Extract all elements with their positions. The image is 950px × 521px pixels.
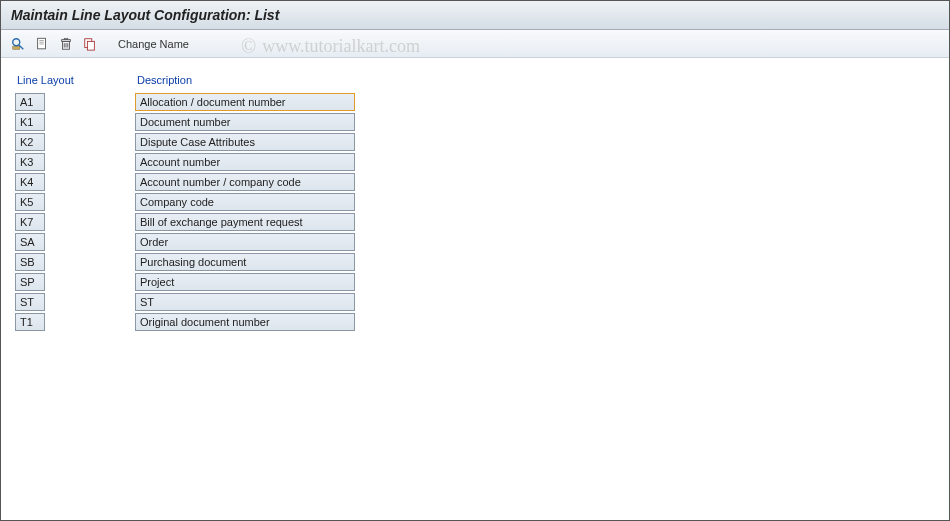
table-row[interactable]: K3Account number: [15, 152, 395, 172]
table-row[interactable]: K7Bill of exchange payment request: [15, 212, 395, 232]
line-layout-code[interactable]: K5: [15, 193, 45, 211]
table-row[interactable]: T1Original document number: [15, 312, 395, 332]
svg-rect-3: [38, 38, 46, 49]
line-layout-code[interactable]: T1: [15, 313, 45, 331]
svg-rect-2: [13, 46, 20, 49]
line-layout-description[interactable]: Account number / company code: [135, 173, 355, 191]
line-layout-code[interactable]: K3: [15, 153, 45, 171]
page-title: Maintain Line Layout Configuration: List: [1, 1, 949, 30]
line-layout-description[interactable]: Company code: [135, 193, 355, 211]
svg-rect-12: [64, 38, 68, 39]
line-layout-code[interactable]: K7: [15, 213, 45, 231]
col-header-description[interactable]: Description: [135, 72, 395, 92]
table-row[interactable]: STST: [15, 292, 395, 312]
line-layout-description[interactable]: Purchasing document: [135, 253, 355, 271]
copy-icon[interactable]: [79, 34, 101, 54]
line-layout-description[interactable]: Project: [135, 273, 355, 291]
table-row[interactable]: K2Dispute Case Attributes: [15, 132, 395, 152]
table-row[interactable]: K4Account number / company code: [15, 172, 395, 192]
line-layout-table: Line Layout Description A1Allocation / d…: [15, 72, 395, 332]
line-layout-description[interactable]: Bill of exchange payment request: [135, 213, 355, 231]
details-icon[interactable]: [7, 34, 29, 54]
table-row[interactable]: A1Allocation / document number: [15, 92, 395, 112]
line-layout-code[interactable]: ST: [15, 293, 45, 311]
line-layout-code[interactable]: K1: [15, 113, 45, 131]
svg-point-0: [13, 38, 20, 45]
line-layout-description[interactable]: Order: [135, 233, 355, 251]
line-layout-description[interactable]: Allocation / document number: [135, 93, 355, 111]
line-layout-description[interactable]: Original document number: [135, 313, 355, 331]
line-layout-code[interactable]: SA: [15, 233, 45, 251]
table-row[interactable]: K5Company code: [15, 192, 395, 212]
line-layout-code[interactable]: SP: [15, 273, 45, 291]
line-layout-code[interactable]: A1: [15, 93, 45, 111]
table-row[interactable]: K1Document number: [15, 112, 395, 132]
delete-icon[interactable]: [55, 34, 77, 54]
line-layout-code[interactable]: SB: [15, 253, 45, 271]
col-header-line-layout[interactable]: Line Layout: [15, 72, 135, 92]
line-layout-code[interactable]: K4: [15, 173, 45, 191]
change-name-button[interactable]: Change Name: [109, 35, 198, 53]
create-icon[interactable]: [31, 34, 53, 54]
table-row[interactable]: SPProject: [15, 272, 395, 292]
line-layout-code[interactable]: K2: [15, 133, 45, 151]
line-layout-description[interactable]: ST: [135, 293, 355, 311]
line-layout-description[interactable]: Document number: [135, 113, 355, 131]
table-row[interactable]: SBPurchasing document: [15, 252, 395, 272]
line-layout-description[interactable]: Account number: [135, 153, 355, 171]
svg-rect-14: [87, 41, 94, 50]
toolbar: Change Name: [1, 30, 949, 58]
table-row[interactable]: SAOrder: [15, 232, 395, 252]
line-layout-description[interactable]: Dispute Case Attributes: [135, 133, 355, 151]
